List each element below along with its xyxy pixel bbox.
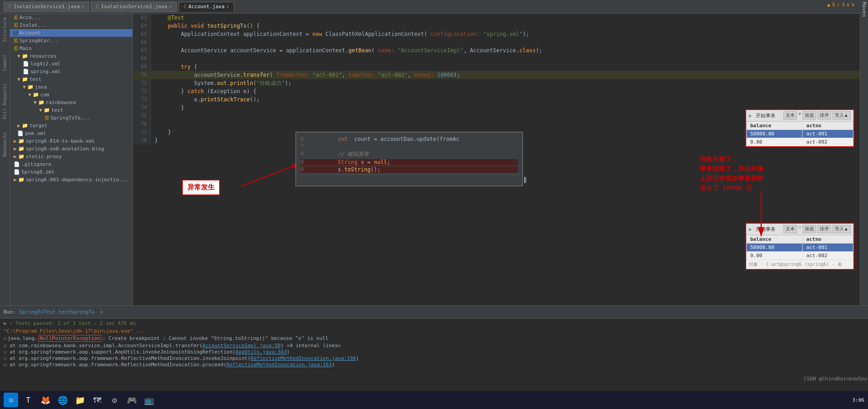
folder-icon-com: ▼ [28, 92, 31, 98]
c-icon-2: C [96, 4, 99, 10]
c-badge3: C [14, 38, 18, 43]
c-badge: C [14, 15, 18, 20]
db-panel-1: ▶ 开始事务 文本 ▼ 筛选 排序 导入▲ balance actno 5000… [745, 109, 854, 147]
folder-target[interactable]: ▶ 📁 target [10, 122, 132, 130]
tab-isolation2[interactable]: C IsolationService2.java × [91, 2, 176, 12]
close-run-tab[interactable]: × [100, 309, 103, 314]
file-springtx[interactable]: C SpringTxTe... [10, 114, 132, 122]
file-log4j2[interactable]: 📄 log4j2.xml [10, 60, 132, 68]
popup-line-9: 9 String s = null; [301, 159, 518, 165]
file-main[interactable]: C Main [10, 45, 132, 52]
maven-panel-tab[interactable]: Maven [860, 0, 868, 14]
stack-link-1[interactable]: AccountServiceImpl.java:50 [202, 343, 281, 349]
run-tab-springtx[interactable]: SpringTxTest.testSpringTx [20, 309, 95, 315]
folder-java[interactable]: ▼ 📁 java [10, 83, 132, 91]
taskbar-maps-icon[interactable]: 🗺 [90, 393, 105, 407]
code-line-68: 68 [133, 55, 860, 63]
file-icon-git: 📄 [14, 161, 20, 167]
code-line-64: 64 public void testSpringTx() { [133, 22, 860, 30]
taskbar-app5-icon[interactable]: ⚙ [107, 393, 122, 407]
file-account[interactable]: 1 Account [10, 29, 132, 37]
folder-rainbowsea[interactable]: ▼ 📁 rainbowsea [10, 99, 132, 106]
file-spring-xml[interactable]: 📄 spring.xml [10, 68, 132, 75]
run-label: Run: [4, 309, 16, 315]
popup-line-6: 6 int count = accountDao.update(fromAc [301, 136, 518, 142]
db1-import-btn[interactable]: 导入▲ [833, 111, 851, 120]
db-panel-1-header: ▶ 开始事务 文本 ▼ 筛选 排序 导入▲ [746, 110, 853, 121]
popup-line-8: 8 // 模拟异常 [301, 150, 518, 158]
commit-tab[interactable]: Commit [1, 53, 8, 73]
popup-line-10: 0 s.toString(); [301, 166, 518, 173]
db-panel-1-buttons: 文本 ▼ 筛选 排序 导入▲ [783, 111, 851, 120]
taskbar-chrome-icon[interactable]: 🌐 [55, 393, 70, 407]
tab-account[interactable]: C Account.java × [179, 2, 234, 12]
code-line-65: 65 ApplicationContext applicationContext… [133, 30, 860, 38]
code-line-66: 66 [133, 38, 860, 46]
structure-tab[interactable]: Structure [1, 15, 8, 44]
db1-row-2[interactable]: 0.00 act-002 [747, 138, 853, 146]
db1-filter-btn[interactable]: 筛选 [803, 111, 816, 120]
close-icon-1[interactable]: × [81, 4, 84, 9]
db1-row-1[interactable]: 50000.00 act-001 [747, 130, 853, 138]
taskbar-files-icon[interactable]: 📁 [73, 393, 87, 407]
stack-link-4[interactable]: ReflectiveMethodInvocation.java:163 [226, 362, 332, 368]
file-gitignore[interactable]: 📄 .gitignore [10, 160, 132, 168]
chevron-right-target: ▶ [17, 123, 20, 129]
left-vert-tabs: Structure Commit Pull Requests Bookmarks [0, 14, 10, 305]
folder-resources[interactable]: ▼ 📁 resources [10, 52, 132, 60]
folder-test[interactable]: ▼ 📁 test [10, 75, 132, 83]
result-annotation: 转账失败了，事务回滚了，并没有像上面没有添加事务那样丢失了 10000 元 [700, 155, 763, 193]
db2-sort-btn[interactable]: 排序 [818, 225, 831, 233]
folder-icon-test: ▼ [17, 76, 20, 82]
file-spring6iml[interactable]: 📄 Spring6.iml [10, 168, 132, 176]
folder-shape-rainbow: 📁 [38, 100, 45, 105]
folder-com[interactable]: ▼ 📁 com [10, 91, 132, 99]
db1-text-btn[interactable]: 文本 [783, 111, 797, 120]
db2-import-btn[interactable]: 导入▲ [833, 225, 851, 233]
c-icon-3: C [184, 4, 187, 10]
file-pomxml[interactable]: 📄 pom.xml [10, 130, 132, 137]
chevron-static-proxy: ▶ [14, 154, 17, 160]
taskbar-search-icon[interactable]: T [21, 393, 35, 407]
result-text: 转账失败了，事务回滚了，并没有像上面没有添加事务那样丢失了 10000 元 [700, 155, 763, 193]
tab-isolation1[interactable]: C IsolationService1.java × [4, 2, 89, 12]
windows-start-icon[interactable]: ⊞ [4, 393, 18, 407]
code-line-72: 72 } catch (Exception e) { [133, 87, 860, 95]
folder-spring6-003[interactable]: ▶ 📁 spring6-003-dependency-injectio... [10, 176, 132, 184]
db2-text-btn[interactable]: 文本 [783, 225, 797, 233]
bookmarks-tab[interactable]: Bookmarks [1, 130, 8, 159]
taskbar-app6-icon[interactable]: 🎮 [125, 393, 139, 407]
close-icon-3[interactable]: × [226, 4, 229, 9]
folder-static-proxy[interactable]: ▶ 📁 static-proxy [10, 153, 132, 160]
exception-code-popup: 6 int count = accountDao.update(fromAc 7… [296, 132, 523, 186]
taskbar-firefox-icon[interactable]: 🦊 [38, 393, 53, 407]
close-icon-2[interactable]: × [169, 4, 172, 9]
db2-filter-btn[interactable]: 筛选 [803, 225, 816, 233]
stack-link-3[interactable]: ReflectiveMethodInvocation.java:196 [251, 355, 356, 361]
null-pointer-exception[interactable]: NullPointerException [39, 335, 101, 342]
exception-label-box: 异常发生 [182, 180, 220, 195]
run-line-error: ☑ java.lang.NullPointerException : Creat… [4, 335, 864, 342]
folder-spring6-014[interactable]: ▶ 📁 spring6-014-tx-bank-xml [10, 137, 132, 145]
file-isolat[interactable]: C Isolat... [10, 21, 132, 29]
file-acco[interactable]: C Acco... [10, 14, 132, 21]
db1-sort-btn[interactable]: 排序 [818, 111, 831, 120]
chevron-spring6-oo8: ▶ [14, 146, 17, 152]
tab-bar: C IsolationService1.java × C IsolationSe… [0, 0, 868, 14]
stack-link-2[interactable]: AopUtils.java:343 [236, 349, 287, 355]
code-line-73: 73 e.printStackTrace(); [133, 95, 860, 104]
taskbar-app7-icon[interactable]: 📺 [142, 393, 156, 407]
file-spring6cor[interactable]: C Spring6Cor... [10, 37, 132, 45]
run-line-stack3: ☑ at org.springframework.aop.framework.R… [4, 355, 864, 361]
warning-badge: ▲ 5 ✗ 3 ∧ ∨ [827, 2, 854, 8]
folder-icon-java: ▼ [23, 84, 26, 90]
folder-shape-spring6-oo8: 📁 [18, 146, 25, 152]
folder-test-inner[interactable]: ▼ 📁 test [10, 106, 132, 114]
pull-requests-tab[interactable]: Pull Requests [1, 82, 8, 121]
run-header: Run: SpringTxTest.testSpringTx × [0, 306, 868, 319]
db2-row-2[interactable]: 0.00 act-002 [747, 252, 853, 260]
code-line-69: 69 try { [133, 63, 860, 71]
folder-spring6-oo8[interactable]: ▶ 📁 spring6-oo8-anotation-blog [10, 145, 132, 153]
run-line-success: ▶ ✓ Tests passed: 1 of 1 test – 2 sec 47… [4, 320, 864, 326]
db2-footer: 对象 · C:act@spring6 (spring6) - 表 [746, 260, 853, 269]
